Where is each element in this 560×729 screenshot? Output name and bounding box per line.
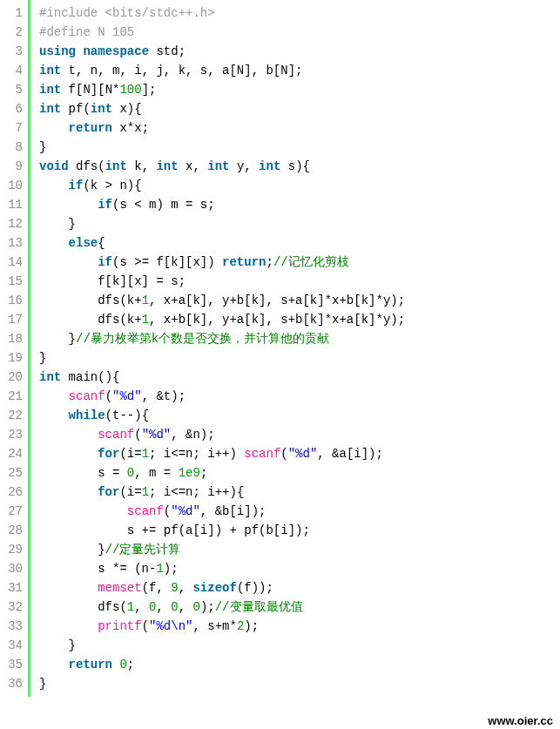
code-token: return	[69, 121, 112, 135]
code-token: x*x;	[112, 121, 149, 135]
code-token	[39, 255, 98, 269]
line-number: 9	[2, 157, 23, 176]
code-token: int	[105, 159, 127, 173]
code-token: );	[164, 562, 179, 576]
code-line: #define N 105	[39, 23, 560, 42]
code-token	[39, 428, 98, 442]
code-token	[39, 447, 98, 461]
code-token: scanf	[127, 504, 164, 518]
code-token: 1	[142, 485, 149, 499]
code-token	[39, 408, 69, 422]
code-token	[39, 485, 98, 499]
code-token: (s >= f[k][x])	[112, 255, 222, 269]
code-token: "%d"	[171, 504, 200, 518]
code-block: 1234567891011121314151617181920212223242…	[0, 0, 560, 697]
line-number: 23	[2, 425, 23, 444]
code-token: (	[105, 389, 112, 403]
code-token: //暴力枚举第k个数是否交换，并计算他的贡献	[76, 332, 329, 346]
code-token	[39, 581, 98, 595]
code-token: s *= (n-	[39, 562, 156, 576]
code-token: 1	[142, 313, 149, 327]
code-token: , &a[i]);	[317, 447, 383, 461]
code-token: std;	[149, 44, 186, 58]
code-line: scanf("%d", &b[i]);	[39, 502, 560, 521]
code-token: 9	[171, 581, 178, 595]
line-number: 8	[2, 138, 23, 157]
line-number: 1	[2, 3, 23, 23]
code-token: scanf	[244, 447, 280, 461]
code-token: , &n);	[171, 428, 214, 442]
line-number: 32	[2, 597, 23, 617]
code-line: s *= (n-1);	[39, 559, 560, 578]
line-number: 27	[2, 502, 23, 521]
code-line: s = 0, m = 1e9;	[39, 463, 560, 483]
code-token	[39, 198, 98, 212]
code-token: }	[39, 638, 76, 652]
code-token: }	[39, 543, 105, 557]
code-line: s += pf(a[i]) + pf(b[i]);	[39, 521, 560, 540]
line-number: 12	[2, 214, 23, 233]
line-number: 11	[2, 195, 23, 214]
code-token: #define N 105	[39, 25, 134, 39]
code-line: if(k > n){	[39, 176, 560, 195]
code-token: int	[39, 64, 61, 78]
line-number: 36	[2, 674, 23, 693]
code-token: "%d"	[112, 389, 142, 403]
code-token	[39, 619, 98, 633]
line-number: 2	[2, 23, 23, 42]
code-token: int	[156, 159, 178, 173]
line-number: 4	[2, 61, 23, 80]
code-token: int	[207, 159, 229, 173]
code-token: , m =	[134, 466, 178, 480]
code-token: int	[39, 83, 61, 97]
code-token: }	[39, 140, 46, 154]
code-token: if	[98, 198, 112, 212]
line-number: 3	[2, 42, 23, 61]
code-token: //变量取最优值	[215, 600, 303, 614]
code-token: int	[259, 159, 280, 173]
line-number: 29	[2, 540, 23, 559]
code-token: ;	[266, 255, 273, 269]
code-line: }	[39, 636, 560, 655]
line-number: 14	[2, 253, 23, 272]
code-token: ,	[179, 581, 193, 595]
code-token: t, n, m, i, j, k, s, a[N], b[N];	[61, 64, 302, 78]
code-token: 100	[119, 83, 141, 97]
line-number: 28	[2, 521, 23, 540]
line-number: 35	[2, 655, 23, 674]
line-number: 16	[2, 291, 23, 310]
code-token: "%d"	[288, 447, 318, 461]
code-token	[39, 389, 69, 403]
code-line: else{	[39, 233, 560, 253]
line-number: 34	[2, 636, 23, 655]
code-line: if(s < m) m = s;	[39, 195, 560, 214]
code-token: (	[280, 447, 287, 461]
code-token: s += pf(a[i]) + pf(b[i]);	[39, 523, 310, 537]
code-token: s){	[280, 159, 310, 173]
line-number: 17	[2, 310, 23, 329]
code-line: return x*x;	[39, 118, 560, 138]
code-token: (i=	[119, 485, 141, 499]
code-token: );	[244, 619, 259, 633]
code-token: void	[39, 159, 69, 173]
line-number: 26	[2, 483, 23, 502]
code-line: }	[39, 348, 560, 368]
code-token: y,	[230, 159, 260, 173]
code-token: #include <bits/stdc++.h>	[39, 6, 215, 20]
code-token: //记忆化剪枝	[273, 255, 349, 269]
code-token: sizeof	[192, 581, 236, 595]
code-line: int pf(int x){	[39, 99, 560, 118]
code-token: ; i<=n; i++){	[149, 485, 244, 499]
code-token: , x+a[k], y+b[k], s+a[k]*x+b[k]*y);	[149, 294, 405, 307]
code-token: (s < m) m = s;	[112, 198, 215, 212]
code-token: ,	[156, 600, 171, 614]
code-token: printf	[98, 619, 141, 633]
code-token: }	[39, 332, 76, 346]
code-token	[39, 504, 127, 518]
code-content: #include <bits/stdc++.h>#define N 105usi…	[30, 0, 560, 697]
code-line: printf("%d\n", s+m*2);	[39, 617, 560, 636]
code-line: int main(){	[39, 368, 560, 387]
code-token: while	[69, 408, 105, 422]
code-token: dfs(	[69, 159, 105, 173]
line-number: 19	[2, 348, 23, 368]
